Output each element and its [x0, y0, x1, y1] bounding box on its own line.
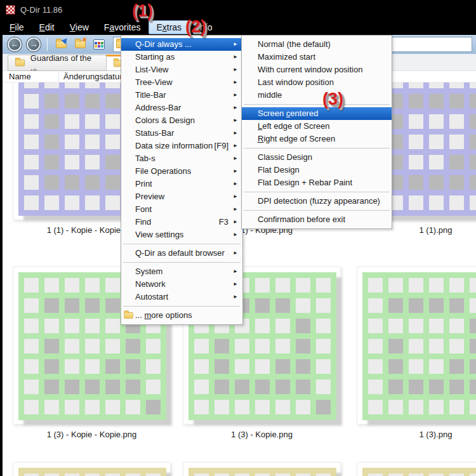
- menu-item-label: Autostart: [135, 292, 168, 301]
- menu-separator: [244, 104, 390, 105]
- extras-item-q-dir-always[interactable]: Q-Dir always ...►: [121, 38, 242, 51]
- menubar-item-extras[interactable]: Extras: [149, 20, 189, 34]
- extras-item-system[interactable]: System►: [121, 265, 242, 278]
- grid-square: [194, 380, 209, 394]
- menubar-item-favorites[interactable]: Favorites: [97, 21, 148, 34]
- position-item-right-edge-of-screen[interactable]: Right edge of Screen: [242, 133, 392, 145]
- tab-guardians[interactable]: Guardians of the ...: [8, 55, 107, 71]
- grid-square: [215, 473, 229, 476]
- grid-square: [235, 339, 249, 354]
- grid-square: [316, 298, 331, 313]
- position-item-maximized-start[interactable]: Maximized start: [242, 51, 392, 63]
- grid-square: [429, 155, 444, 169]
- position-item-screen-centered[interactable]: Screen centered: [242, 107, 392, 120]
- grid-square: [409, 380, 423, 394]
- back-button[interactable]: ←: [8, 37, 22, 51]
- menubar-item-file[interactable]: File: [3, 21, 31, 34]
- grid-square: [44, 175, 59, 190]
- grid-square: [368, 473, 383, 476]
- grid-square: [85, 380, 100, 394]
- file-name-caption[interactable]: 1 (3).png: [357, 430, 476, 439]
- extras-item-font[interactable]: Font►: [121, 203, 242, 216]
- grid-square: [275, 278, 290, 293]
- column-header-modified[interactable]: Änderungsdatum: [63, 72, 126, 81]
- menubar-item-edit[interactable]: Edit: [32, 21, 62, 34]
- annotation-step-2: (2): [185, 17, 206, 37]
- extras-item-tree-view[interactable]: Tree-View►: [121, 76, 242, 89]
- grid-square: [24, 83, 39, 88]
- grid-square: [296, 380, 310, 394]
- grid-square: [85, 339, 100, 354]
- file-thumbnail-card[interactable]: [357, 267, 476, 425]
- extras-item-more-options[interactable]: ... more options: [121, 309, 242, 322]
- grid-square: [470, 400, 476, 414]
- grid-square: [388, 359, 403, 374]
- grid-square: [429, 114, 444, 129]
- file-name-caption[interactable]: 1 (3) - Kopie - Kopie.png: [13, 430, 171, 439]
- extras-item-title-bar[interactable]: Title-Bar►: [121, 89, 242, 102]
- column-header-name[interactable]: Name: [9, 72, 31, 81]
- extras-item-preview[interactable]: Preview►: [121, 190, 242, 203]
- position-item-confirmation-before-exit[interactable]: Confirmation before exit: [242, 213, 392, 226]
- menu-separator: [123, 262, 241, 263]
- view-dot: [98, 42, 100, 44]
- grid-square: [44, 339, 59, 354]
- grid-square: [255, 380, 270, 394]
- extras-item-view-settings[interactable]: View settings►: [121, 228, 242, 241]
- extras-item-list-view[interactable]: List-View►: [121, 63, 242, 76]
- extras-item-file-operations[interactable]: File Operations►: [121, 165, 242, 178]
- position-item-dpi-detection-fuzzy-appearance[interactable]: DPI detection (fuzzy appearance): [242, 195, 392, 208]
- position-item-flat-design-rebar-paint[interactable]: Flat Design + Rebar Paint: [242, 176, 392, 189]
- extras-item-starting-as[interactable]: Starting as►: [121, 51, 242, 63]
- menu-item-label: List-View: [135, 65, 169, 74]
- folder-icon: [124, 312, 133, 319]
- extras-item-find[interactable]: FindF3►: [121, 216, 242, 228]
- position-item-left-edge-of-screen[interactable]: Left edge of Screen: [242, 120, 392, 133]
- extras-item-tab-s[interactable]: Tab-s►: [121, 152, 242, 165]
- menu-item-label: With current window position: [258, 65, 362, 74]
- extras-item-network[interactable]: Network►: [121, 278, 242, 291]
- extras-item-autostart[interactable]: Autostart►: [121, 291, 242, 303]
- file-name-caption[interactable]: 1 (3) - Kopie.png: [183, 430, 341, 439]
- new-folder-button[interactable]: [72, 37, 88, 52]
- extras-item-status-bar[interactable]: Status-Bar►: [121, 127, 242, 140]
- folder-up-button[interactable]: [53, 37, 69, 52]
- submenu-arrow-icon: ►: [233, 63, 238, 76]
- grid-square: [235, 400, 249, 414]
- position-item-flat-design[interactable]: Flat Design: [242, 164, 392, 176]
- file-thumbnail-card[interactable]: [357, 462, 476, 476]
- menubar-item-view[interactable]: View: [63, 21, 96, 34]
- menu-item-label: Left edge of Screen: [258, 121, 329, 131]
- file-thumbnail-card[interactable]: [13, 462, 171, 476]
- menu-bar: FileEditViewFavoritesExtrasInfo: [0, 19, 476, 35]
- view-mode-button[interactable]: [91, 37, 107, 52]
- submenu-arrow-icon: ►: [233, 216, 238, 228]
- extras-item-data-size-information[interactable]: Data size information[F9]►: [121, 140, 242, 152]
- position-item-normal-the-default[interactable]: Normal (the default): [242, 38, 392, 51]
- grid-square: [388, 473, 403, 476]
- extras-item-address-bar[interactable]: Address-Bar►: [121, 102, 242, 114]
- grid-square: [449, 298, 464, 313]
- forward-button[interactable]: →: [27, 37, 41, 51]
- file-thumbnail-card[interactable]: [183, 462, 341, 476]
- column-divider[interactable]: [58, 72, 59, 82]
- menu-separator: [123, 244, 241, 244]
- position-item-last-window-position[interactable]: Last window position: [242, 76, 392, 89]
- extras-item-q-dir-as-default-browser[interactable]: Q-Dir as default browser►: [121, 247, 242, 260]
- grid-square: [388, 298, 403, 313]
- grid-square: [296, 473, 310, 476]
- grid-square: [65, 155, 79, 169]
- extras-item-colors-design[interactable]: Colors & Design►: [121, 114, 242, 127]
- extras-item-print[interactable]: Print►: [121, 178, 242, 190]
- grid-square: [449, 114, 464, 129]
- position-item-middle[interactable]: middle: [242, 89, 392, 102]
- grid-square: [105, 278, 120, 293]
- grid-square: [65, 298, 79, 313]
- grid-square: [429, 298, 444, 313]
- grid-square: [388, 278, 403, 293]
- grid-square: [316, 319, 331, 333]
- grid-square: [85, 359, 100, 374]
- position-item-classic-design[interactable]: Classic Design: [242, 151, 392, 164]
- position-item-with-current-window-position[interactable]: With current window position: [242, 63, 392, 76]
- grid-square: [368, 339, 383, 354]
